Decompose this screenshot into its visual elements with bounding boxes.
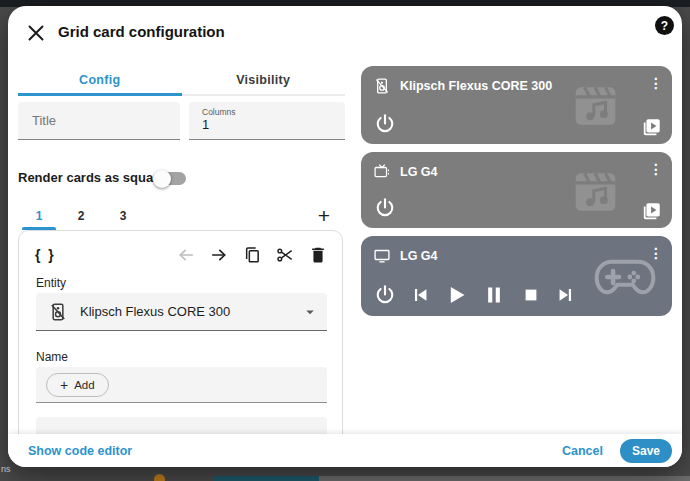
entity-picker[interactable]: Klipsch Flexus CORE 300 <box>36 293 327 331</box>
card-preview-panel: Klipsch Flexus CORE 300 ⋮ <box>361 66 672 326</box>
copy-icon[interactable] <box>242 245 262 265</box>
cut-icon[interactable] <box>275 245 295 265</box>
render-squares-toggle[interactable] <box>156 172 186 185</box>
card-title: Klipsch Flexus CORE 300 <box>400 79 552 93</box>
columns-input[interactable] <box>202 117 332 132</box>
speaker-off-icon <box>373 77 391 95</box>
close-icon[interactable] <box>24 21 48 45</box>
stop-button[interactable] <box>519 283 543 307</box>
code-braces-icon[interactable]: { } <box>35 247 56 263</box>
pause-button[interactable] <box>481 282 507 308</box>
add-card-button[interactable]: + <box>311 203 337 229</box>
power-button[interactable] <box>373 196 397 220</box>
name-label: Name <box>36 350 68 364</box>
move-before-icon[interactable] <box>176 245 196 265</box>
add-name-chip[interactable]: + Add <box>46 373 109 397</box>
movie-music-icon <box>569 167 622 217</box>
tab-visibility[interactable]: Visibility <box>182 66 346 94</box>
monitor-icon <box>373 247 391 265</box>
columns-label: Columns <box>202 107 236 117</box>
toggle-thumb <box>153 170 171 188</box>
browse-media-icon[interactable] <box>641 117 662 138</box>
dialog-footer: Show code editor Cancel Save <box>8 434 682 467</box>
background-orange-dot <box>154 474 165 481</box>
editor-toolbar: { } <box>35 243 328 267</box>
card-tab-2[interactable]: 2 <box>60 202 102 230</box>
name-field[interactable]: + Add <box>36 367 327 403</box>
active-tab-indicator <box>18 93 182 96</box>
render-squares-label: Render cards as squares <box>18 170 173 185</box>
skip-previous-button[interactable] <box>409 284 431 306</box>
grid-card-config-dialog: Grid card configuration ? Config Visibil… <box>8 6 682 467</box>
card-editor-panel: { } <box>18 230 343 462</box>
movie-music-icon <box>569 81 622 131</box>
title-field[interactable] <box>18 102 180 140</box>
plus-icon: + <box>60 377 68 393</box>
help-icon[interactable]: ? <box>655 16 674 35</box>
media-card-monitor: LG G4 ⋮ <box>361 236 672 316</box>
card-index-tabs: 1 2 3 <box>18 202 144 230</box>
columns-field[interactable]: Columns <box>189 102 345 140</box>
more-options-icon[interactable]: ⋮ <box>646 243 666 263</box>
entity-label: Entity <box>36 276 66 290</box>
skip-next-button[interactable] <box>555 284 577 306</box>
add-chip-label: Add <box>74 379 94 391</box>
card-title: LG G4 <box>400 165 438 179</box>
delete-icon[interactable] <box>308 245 328 265</box>
browse-media-icon[interactable] <box>641 201 662 222</box>
card-tab-1[interactable]: 1 <box>18 202 60 230</box>
tab-config[interactable]: Config <box>18 66 182 94</box>
background-text-fragment: ns <box>1 464 11 474</box>
play-button[interactable] <box>443 282 469 308</box>
chevron-down-icon <box>301 303 319 321</box>
power-button[interactable] <box>373 112 397 136</box>
background-gray-bar <box>319 476 690 481</box>
move-after-icon[interactable] <box>209 245 229 265</box>
more-options-icon[interactable]: ⋮ <box>646 159 666 179</box>
background-teal-bar <box>213 476 319 481</box>
screen: ns Grid card configuration ? Config Visi… <box>0 0 690 481</box>
speaker-off-icon <box>48 302 68 322</box>
card-tab-3[interactable]: 3 <box>102 202 144 230</box>
show-code-editor-link[interactable]: Show code editor <box>28 444 132 458</box>
power-button[interactable] <box>373 283 397 307</box>
dialog-title: Grid card configuration <box>58 23 225 40</box>
card-title: LG G4 <box>400 249 438 263</box>
media-card-tv: LG G4 ⋮ <box>361 152 672 228</box>
config-visibility-tabbar: Config Visibility <box>18 66 345 96</box>
more-options-icon[interactable]: ⋮ <box>646 73 666 93</box>
television-classic-icon <box>373 163 391 181</box>
save-button[interactable]: Save <box>620 439 672 463</box>
title-input[interactable] <box>18 102 180 139</box>
entity-value: Klipsch Flexus CORE 300 <box>80 304 230 319</box>
cancel-button[interactable]: Cancel <box>562 444 603 458</box>
media-card-speaker: Klipsch Flexus CORE 300 ⋮ <box>361 66 672 144</box>
